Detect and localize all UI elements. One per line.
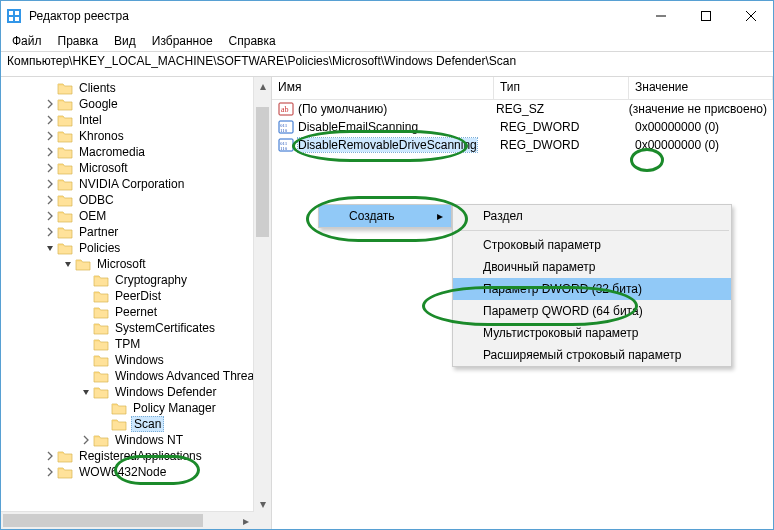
folder-icon [57, 225, 73, 239]
ctx-item-dword[interactable]: Параметр DWORD (32 бита) [453, 278, 731, 300]
tree-item-label: Windows NT [113, 433, 185, 447]
tree-item[interactable]: Policies [1, 240, 271, 256]
tree-item[interactable]: Peernet [1, 304, 271, 320]
collapse-icon[interactable] [43, 241, 57, 255]
tree-item[interactable]: PeerDist [1, 288, 271, 304]
app-icon [7, 8, 23, 24]
list-row[interactable]: ab(По умолчанию)REG_SZ(значение не присв… [272, 100, 773, 118]
expand-icon[interactable] [79, 433, 93, 447]
title-bar[interactable]: Редактор реестра [1, 1, 773, 31]
expand-icon[interactable] [43, 177, 57, 191]
tree-item[interactable]: Intel [1, 112, 271, 128]
folder-icon [57, 449, 73, 463]
scroll-thumb[interactable] [256, 107, 269, 237]
list-row[interactable]: 011110DisableRemovableDriveScanningREG_D… [272, 136, 773, 154]
tree-item[interactable]: Partner [1, 224, 271, 240]
tree-item-label: Windows Defender [113, 385, 218, 399]
expand-icon[interactable] [43, 209, 57, 223]
folder-icon [57, 161, 73, 175]
ctx-item-string[interactable]: Строковый параметр [453, 234, 731, 256]
maximize-button[interactable] [683, 2, 728, 31]
folder-icon [93, 305, 109, 319]
tree-item-label: Google [77, 97, 120, 111]
folder-icon [57, 129, 73, 143]
tree-item[interactable]: RegisteredApplications [1, 448, 271, 464]
expand-icon[interactable] [43, 161, 57, 175]
value-type: REG_SZ [490, 102, 623, 116]
list-row[interactable]: 011110DisableEmailScanningREG_DWORD0x000… [272, 118, 773, 136]
tree-item[interactable]: SystemCertificates [1, 320, 271, 336]
ctx-item-key[interactable]: Раздел [453, 205, 731, 227]
expand-icon[interactable] [43, 145, 57, 159]
tree-item[interactable]: Windows [1, 352, 271, 368]
menu-file[interactable]: Файл [5, 33, 49, 49]
expand-icon[interactable] [43, 449, 57, 463]
tree-item-label: Windows Advanced Threa [113, 369, 256, 383]
ctx-item-binary[interactable]: Двоичный параметр [453, 256, 731, 278]
col-header-value[interactable]: Значение [629, 77, 773, 99]
address-bar[interactable]: Компьютер\HKEY_LOCAL_MACHINE\SOFTWARE\Po… [1, 52, 773, 77]
menu-bar: Файл Правка Вид Избранное Справка [1, 31, 773, 51]
tree-item[interactable]: Khronos [1, 128, 271, 144]
scroll-thumb[interactable] [3, 514, 203, 527]
folder-icon [57, 113, 73, 127]
ctx-item-expandstring[interactable]: Расширяемый строковый параметр [453, 344, 731, 366]
expand-icon[interactable] [43, 193, 57, 207]
svg-rect-1 [9, 11, 13, 15]
value-name: DisableRemovableDriveScanning [298, 138, 477, 152]
value-type: REG_DWORD [494, 120, 629, 134]
tree-spacer [43, 81, 57, 95]
submenu-arrow-icon: ▸ [437, 209, 443, 223]
expand-icon[interactable] [43, 465, 57, 479]
tree-item-label: OEM [77, 209, 108, 223]
collapse-icon[interactable] [79, 385, 93, 399]
tree-item[interactable]: Microsoft [1, 160, 271, 176]
menu-help[interactable]: Справка [222, 33, 283, 49]
tree-hscrollbar[interactable]: ◂▸ [1, 511, 254, 529]
svg-text:ab: ab [281, 105, 289, 114]
close-button[interactable] [728, 2, 773, 31]
tree-item[interactable]: Cryptography [1, 272, 271, 288]
folder-icon [57, 177, 73, 191]
tree-item[interactable]: Clients [1, 80, 271, 96]
menu-favorites[interactable]: Избранное [145, 33, 220, 49]
tree-item[interactable]: NVIDIA Corporation [1, 176, 271, 192]
expand-icon[interactable] [43, 113, 57, 127]
tree-item[interactable]: Windows Defender [1, 384, 271, 400]
tree-item[interactable]: Windows NT [1, 432, 271, 448]
tree-item[interactable]: TPM [1, 336, 271, 352]
tree-spacer [97, 417, 111, 431]
tree-pane[interactable]: ClientsGoogleIntelKhronosMacromediaMicro… [1, 77, 272, 529]
tree-item[interactable]: WOW6432Node [1, 464, 271, 480]
ctx-item-create[interactable]: Создать ▸ [319, 205, 451, 227]
values-pane: Имя Тип Значение ab(По умолчанию)REG_SZ(… [272, 77, 773, 529]
folder-icon [57, 193, 73, 207]
expand-icon[interactable] [43, 225, 57, 239]
ctx-item-multistring[interactable]: Мультистроковый параметр [453, 322, 731, 344]
tree-item[interactable]: Policy Manager [1, 400, 271, 416]
minimize-button[interactable] [638, 2, 683, 31]
collapse-icon[interactable] [61, 257, 75, 271]
tree-item[interactable]: Google [1, 96, 271, 112]
folder-icon [57, 209, 73, 223]
tree-item[interactable]: Macromedia [1, 144, 271, 160]
menu-edit[interactable]: Правка [51, 33, 106, 49]
tree-item[interactable]: Windows Advanced Threa [1, 368, 271, 384]
tree-vscrollbar[interactable]: ▴▾ [253, 77, 271, 512]
tree-item[interactable]: ODBC [1, 192, 271, 208]
ctx-item-qword[interactable]: Параметр QWORD (64 бита) [453, 300, 731, 322]
folder-icon [57, 145, 73, 159]
tree-item[interactable]: OEM [1, 208, 271, 224]
list-body[interactable]: ab(По умолчанию)REG_SZ(значение не присв… [272, 100, 773, 529]
col-header-type[interactable]: Тип [494, 77, 629, 99]
col-header-name[interactable]: Имя [272, 77, 494, 99]
tree-item-label: Scan [131, 416, 164, 432]
list-header: Имя Тип Значение [272, 77, 773, 100]
tree-item-label: Microsoft [77, 161, 130, 175]
tree-item[interactable]: Microsoft [1, 256, 271, 272]
expand-icon[interactable] [43, 129, 57, 143]
tree-spacer [79, 353, 93, 367]
menu-view[interactable]: Вид [107, 33, 143, 49]
tree-item[interactable]: Scan [1, 416, 271, 432]
expand-icon[interactable] [43, 97, 57, 111]
